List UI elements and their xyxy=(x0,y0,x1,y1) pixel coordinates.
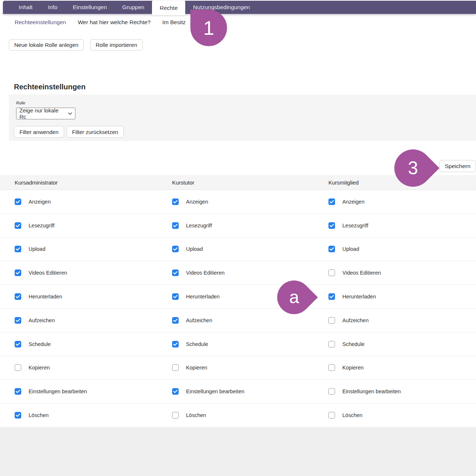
filter-reset-button[interactable]: Filter zurücksetzen xyxy=(67,126,124,138)
annotation-label: 1 xyxy=(203,18,214,38)
tab-inhalt[interactable]: Inhalt xyxy=(11,1,40,14)
permission-row: UploadUploadUpload xyxy=(0,238,476,261)
checked-checkbox-upload[interactable] xyxy=(172,246,179,252)
checkmark-icon xyxy=(330,295,334,298)
checked-checkbox-einstellungen-bearbeiten[interactable] xyxy=(172,388,179,395)
permission-label: Einstellungen bearbeiten xyxy=(29,388,87,394)
permission-cell-kurstutor-schedule: Schedule xyxy=(172,341,208,347)
role-column-kursadministrator: Kursadministrator xyxy=(15,175,58,190)
checked-checkbox-schedule[interactable] xyxy=(172,341,179,347)
permission-label: Anzeigen xyxy=(29,199,51,205)
annotation-balloon-1: 1 xyxy=(190,10,227,46)
checkmark-icon xyxy=(16,413,20,417)
footer-band xyxy=(0,427,476,476)
checked-checkbox-aufzeichen[interactable] xyxy=(15,317,21,324)
checked-checkbox-videos-editieren[interactable] xyxy=(15,269,21,276)
permission-row: HerunterladenHerunterladenHerunterladen xyxy=(0,285,476,309)
permission-label: Videos Editieren xyxy=(29,270,67,276)
subtab-wer-hat-rechte[interactable]: Wer hat hier welche Rechte? xyxy=(78,19,150,26)
role-filter-value: Zeige nur lokale Rc xyxy=(19,107,66,120)
unchecked-checkbox-einstellungen-bearbeiten[interactable] xyxy=(328,388,335,395)
tab-gruppen[interactable]: Gruppen xyxy=(115,1,152,14)
subtab-im-besitz[interactable]: Im Besitz xyxy=(162,19,186,26)
permission-row: Einstellungen bearbeitenEinstellungen be… xyxy=(0,380,476,404)
checked-checkbox-lesezugriff[interactable] xyxy=(15,222,21,229)
permission-label: Einstellungen bearbeiten xyxy=(342,388,401,394)
checked-checkbox-l-schen[interactable] xyxy=(15,412,21,419)
permission-label: Löschen xyxy=(29,412,49,418)
permission-label: Kopieren xyxy=(186,365,207,371)
role-column-kursmitglied: Kursmitglied xyxy=(328,175,359,190)
unchecked-checkbox-l-schen[interactable] xyxy=(328,412,335,419)
permission-cell-kursmitglied-lesezugriff: Lesezugriff xyxy=(328,222,368,229)
top-nav: Inhalt Info Einstellungen Gruppen Rechte… xyxy=(3,1,476,14)
unchecked-checkbox-kopieren[interactable] xyxy=(328,364,335,371)
permission-cell-kursmitglied-herunterladen: Herunterladen xyxy=(328,293,376,300)
role-filter-select[interactable]: Zeige nur lokale Rc xyxy=(16,108,75,119)
role-column-kurstutor: Kurstutor xyxy=(172,175,194,190)
tab-einstellungen[interactable]: Einstellungen xyxy=(65,1,115,14)
checkmark-icon xyxy=(16,271,20,275)
permission-row: AufzeichenAufzeichenAufzeichen xyxy=(0,309,476,332)
permission-label: Herunterladen xyxy=(342,294,376,300)
checked-checkbox-anzeigen[interactable] xyxy=(328,198,335,205)
permission-label: Kopieren xyxy=(342,365,364,371)
checkmark-icon xyxy=(173,247,178,251)
checked-checkbox-anzeigen[interactable] xyxy=(15,198,21,205)
permission-label: Aufzeichen xyxy=(342,317,369,323)
permission-cell-kursadministrator-lesezugriff: Lesezugriff xyxy=(15,222,55,229)
checked-checkbox-lesezugriff[interactable] xyxy=(172,222,179,229)
checked-checkbox-aufzeichen[interactable] xyxy=(172,317,179,324)
permission-label: Lesezugriff xyxy=(29,223,55,228)
tab-rechte[interactable]: Rechte xyxy=(152,1,185,15)
unchecked-checkbox-aufzeichen[interactable] xyxy=(328,317,335,324)
permission-cell-kursadministrator-kopieren: Kopieren xyxy=(15,364,50,371)
permission-cell-kurstutor-kopieren: Kopieren xyxy=(172,364,207,371)
checked-checkbox-anzeigen[interactable] xyxy=(172,198,179,205)
import-role-button[interactable]: Rolle importieren xyxy=(90,39,142,51)
subtab-rechteeinstellungen[interactable]: Rechteeinstellungen xyxy=(15,19,66,26)
checked-checkbox-lesezugriff[interactable] xyxy=(328,222,335,229)
checked-checkbox-herunterladen[interactable] xyxy=(15,293,21,300)
unchecked-checkbox-kopieren[interactable] xyxy=(15,364,21,371)
permission-cell-kursadministrator-videos-editieren: Videos Editieren xyxy=(15,269,67,276)
new-local-role-button[interactable]: Neue lokale Rolle anlegen xyxy=(9,39,84,51)
checked-checkbox-herunterladen[interactable] xyxy=(328,293,335,300)
checkmark-icon xyxy=(173,390,178,393)
permission-cell-kursmitglied-kopieren: Kopieren xyxy=(328,364,364,371)
permission-label: Aufzeichen xyxy=(29,317,55,323)
permission-label: Aufzeichen xyxy=(186,317,212,323)
checkmark-icon xyxy=(16,319,20,322)
permission-label: Videos Editieren xyxy=(342,270,381,276)
permission-label: Lesezugriff xyxy=(342,223,368,228)
permission-row: Videos EditierenVideos EditierenVideos E… xyxy=(0,261,476,285)
tab-info[interactable]: Info xyxy=(40,1,65,14)
unchecked-checkbox-l-schen[interactable] xyxy=(172,412,179,419)
unchecked-checkbox-videos-editieren[interactable] xyxy=(328,269,335,276)
checked-checkbox-upload[interactable] xyxy=(328,246,335,252)
filter-buttons: Filter anwenden Filter zurücksetzen xyxy=(14,126,124,138)
checked-checkbox-einstellungen-bearbeiten[interactable] xyxy=(15,388,21,395)
checked-checkbox-schedule[interactable] xyxy=(15,341,21,347)
permission-cell-kurstutor-einstellungen-bearbeiten: Einstellungen bearbeiten xyxy=(172,388,245,395)
save-button[interactable]: Speichern xyxy=(439,160,476,172)
permission-label: Herunterladen xyxy=(29,294,62,300)
permission-cell-kursadministrator-anzeigen: Anzeigen xyxy=(15,198,51,205)
checkmark-icon xyxy=(173,319,178,322)
sub-nav: Rechteeinstellungen Wer hat hier welche … xyxy=(15,19,186,26)
filter-panel: Rolle Zeige nur lokale Rc Filter anwende… xyxy=(9,94,476,141)
permission-row: ScheduleScheduleSchedule xyxy=(0,332,476,356)
checkmark-icon xyxy=(173,200,178,204)
permission-label: Upload xyxy=(186,246,203,252)
checkmark-icon xyxy=(173,224,178,227)
filter-apply-button[interactable]: Filter anwenden xyxy=(14,126,64,138)
permission-cell-kursmitglied-schedule: Schedule xyxy=(328,341,364,347)
checked-checkbox-videos-editieren[interactable] xyxy=(172,269,179,276)
unchecked-checkbox-kopieren[interactable] xyxy=(172,364,179,371)
page-title: Rechteeinstellungen xyxy=(14,83,86,91)
checked-checkbox-herunterladen[interactable] xyxy=(172,293,179,300)
permission-label: Löschen xyxy=(342,412,362,418)
checked-checkbox-upload[interactable] xyxy=(15,246,21,252)
unchecked-checkbox-schedule[interactable] xyxy=(328,341,335,347)
permission-label: Videos Editieren xyxy=(186,270,224,276)
